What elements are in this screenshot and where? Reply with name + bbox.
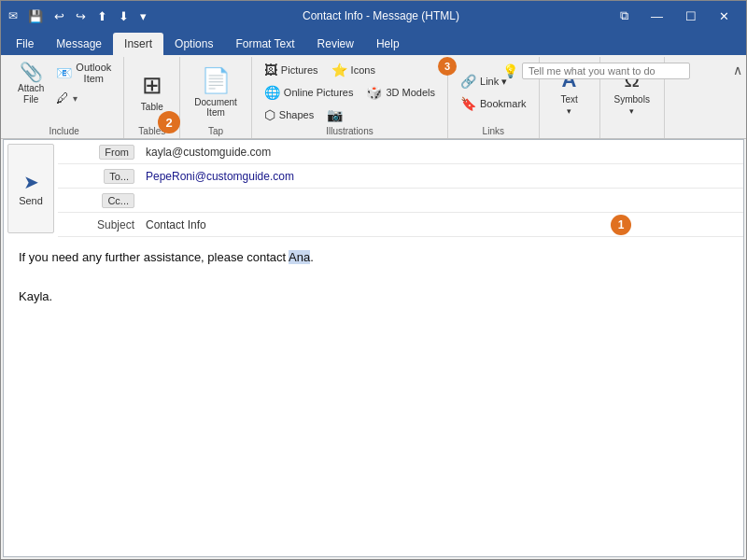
ribbon-tabs: File Message Insert Options Format Text …: [1, 31, 746, 55]
icons-button[interactable]: ⭐ Icons: [327, 60, 380, 80]
tab-format-text[interactable]: Format Text: [224, 33, 305, 55]
highlighted-name: Ana: [289, 250, 310, 264]
online-pictures-button[interactable]: 🌐 Online Pictures: [260, 82, 359, 103]
screenshot-icon: 📷: [327, 107, 343, 122]
ribbon: 2 📎 AttachFile 📧 OutlookItem 🖊 ▾: [1, 55, 746, 139]
from-row: From: [58, 140, 743, 164]
pictures-icon: 🖼: [264, 63, 277, 77]
illustrations-buttons: 🖼 Pictures ⭐ Icons 🌐 Online Pictures 🎲: [260, 59, 440, 126]
customize-qat-button[interactable]: ▾: [135, 7, 151, 25]
shapes-button[interactable]: ⬡ Shapes: [260, 105, 318, 125]
subject-row: Subject 1: [58, 213, 743, 237]
to-button[interactable]: To...: [104, 169, 134, 184]
email-compose-area: ➤ Send From To... Cc: [3, 139, 744, 557]
tell-me-input[interactable]: [522, 63, 690, 79]
send-btn-area: ➤ Send From To... Cc: [4, 140, 743, 237]
badge-3: 3: [438, 57, 457, 76]
window-title: Contact Info - Message (HTML): [151, 9, 611, 22]
tab-file[interactable]: File: [5, 33, 45, 55]
send-button[interactable]: ➤ Send: [7, 144, 54, 233]
close-button[interactable]: ✕: [710, 6, 739, 27]
maximize-button[interactable]: ☐: [676, 6, 706, 27]
attach-file-icon: 📎: [20, 63, 43, 81]
cc-label: Cc...: [58, 193, 142, 208]
body-paragraph-1: If you need any further assistance, plea…: [19, 248, 728, 268]
signature-button[interactable]: 🖊 ▾: [51, 88, 116, 108]
illustrations-row1: 🖼 Pictures ⭐ Icons: [260, 60, 380, 80]
ribbon-group-include: 📎 AttachFile 📧 OutlookItem 🖊 ▾ Include: [5, 57, 124, 138]
restore-button[interactable]: ⧉: [611, 5, 638, 27]
shapes-icon: ⬡: [264, 107, 275, 122]
undo-qat-button[interactable]: ↩: [49, 7, 69, 25]
window-controls: ⧉ — ☐ ✕: [611, 5, 739, 27]
title-bar-left: ✉ 💾 ↩ ↪ ⬆ ⬇ ▾: [8, 7, 151, 25]
screenshot-button[interactable]: 📷: [322, 105, 347, 125]
to-label: To...: [58, 169, 142, 184]
include-label: Include: [49, 126, 79, 138]
tap-label: Tap: [208, 126, 223, 138]
from-input[interactable]: [142, 143, 743, 161]
cc-input[interactable]: [142, 191, 743, 210]
link-icon: 🔗: [460, 74, 476, 89]
to-input[interactable]: [142, 167, 743, 186]
ribbon-search: 💡: [502, 63, 690, 79]
lightbulb-icon: 💡: [502, 63, 518, 78]
redo-qat-button[interactable]: ↪: [71, 7, 91, 25]
tap-buttons: 📄 DocumentItem: [188, 59, 244, 126]
illustrations-row3: ⬡ Shapes 📷 3: [260, 105, 347, 125]
include-buttons: 📎 AttachFile 📧 OutlookItem 🖊 ▾: [12, 59, 116, 126]
save-qat-button[interactable]: 💾: [23, 7, 48, 25]
cc-button[interactable]: Cc...: [102, 193, 134, 208]
subject-label-el: Subject: [58, 218, 142, 231]
bookmark-button[interactable]: 🔖 Bookmark: [456, 93, 531, 114]
to-row: To...: [58, 164, 743, 189]
attach-file-button[interactable]: 📎 AttachFile: [12, 59, 49, 109]
document-item-button[interactable]: 📄 DocumentItem: [188, 59, 244, 124]
bookmark-icon: 🔖: [460, 96, 476, 111]
up-qat-button[interactable]: ⬆: [92, 7, 112, 25]
minimize-button[interactable]: —: [641, 6, 672, 27]
cc-row: Cc...: [58, 189, 743, 213]
from-button[interactable]: From: [99, 145, 134, 160]
tab-insert[interactable]: Insert: [113, 33, 163, 55]
table-icon: ⊞: [142, 71, 162, 100]
pictures-button[interactable]: 🖼 Pictures: [260, 60, 323, 80]
title-bar: ✉ 💾 ↩ ↪ ⬆ ⬇ ▾ Contact Info - Message (HT…: [1, 1, 746, 31]
tab-options[interactable]: Options: [163, 33, 224, 55]
down-qat-button[interactable]: ⬇: [114, 7, 134, 25]
badge-1: 1: [611, 215, 631, 235]
from-label: From: [58, 145, 142, 160]
body-paragraph-2: Kayla.: [19, 287, 728, 307]
illustrations-label: Illustrations: [326, 126, 374, 138]
send-icon: ➤: [23, 171, 39, 193]
icons-icon: ⭐: [331, 63, 347, 77]
quick-access-toolbar: 💾 ↩ ↪ ⬆ ⬇ ▾: [23, 7, 151, 25]
3d-models-icon: 🎲: [366, 85, 382, 100]
outlook-item-button[interactable]: 📧 OutlookItem: [51, 59, 116, 87]
tab-review[interactable]: Review: [306, 33, 365, 55]
3d-models-button[interactable]: 🎲 3D Models: [361, 82, 440, 103]
email-body[interactable]: If you need any further assistance, plea…: [4, 237, 743, 556]
tab-help[interactable]: Help: [365, 33, 411, 55]
outlook-item-icon: 📧: [56, 65, 72, 80]
online-pictures-icon: 🌐: [264, 85, 280, 100]
email-fields: From To... Cc... Subject: [58, 140, 743, 237]
subject-input[interactable]: [142, 216, 743, 234]
signature-icon: 🖊: [56, 91, 69, 105]
tab-message[interactable]: Message: [45, 33, 113, 55]
outlook-col: 📧 OutlookItem 🖊 ▾: [51, 59, 116, 108]
ribbon-group-illustrations: 🖼 Pictures ⭐ Icons 🌐 Online Pictures 🎲: [252, 57, 448, 138]
document-item-icon: 📄: [201, 66, 231, 95]
app-window: ✉ 💾 ↩ ↪ ⬆ ⬇ ▾ Contact Info - Message (HT…: [0, 0, 747, 560]
links-label: Links: [483, 126, 504, 138]
ribbon-group-tap: 📄 DocumentItem Tap: [180, 57, 252, 138]
illustrations-row2: 🌐 Online Pictures 🎲 3D Models: [260, 82, 440, 103]
ribbon-collapse-button[interactable]: ∧: [733, 63, 742, 77]
badge-2: 2: [158, 111, 180, 133]
app-icon: ✉: [8, 9, 18, 22]
